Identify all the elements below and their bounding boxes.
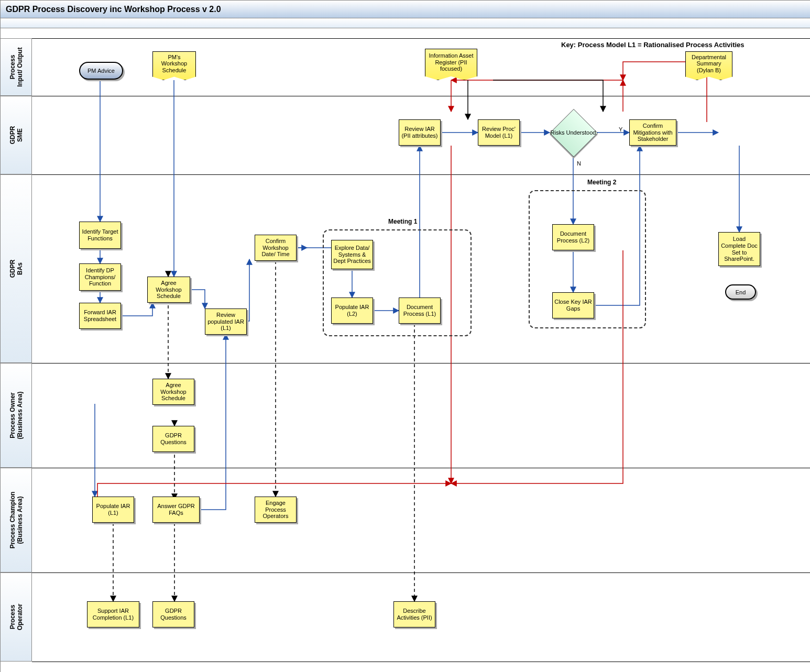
label-meeting-1: Meeting 1 — [388, 218, 417, 225]
doc-info-asset-register: Information Asset Register (PII focused) — [425, 49, 477, 80]
box-confirm-workshop-date: Confirm Workshop Date/ Time — [255, 235, 297, 261]
doc-dept-summary: Departmental Summary (Dylan B) — [685, 51, 732, 80]
label-no: N — [577, 160, 581, 167]
lane-io: Process Input/ Output — [1, 38, 32, 96]
box-agree-workshop-schedule: Agree Workshop Schedule — [147, 277, 190, 303]
box-review-populated-iar: Review populated IAR (L1) — [205, 309, 247, 335]
box-confirm-mitigations: Confirm Mitigations with Stakeholder — [629, 119, 676, 146]
decision-risks-understood: Risks Understood — [550, 109, 597, 156]
box-support-iar-completion: Support IAR Completion (L1) — [87, 601, 139, 627]
sub-bar — [1, 18, 810, 28]
lane-champion: Process Champion (Business Area) — [1, 468, 32, 572]
lane-bas: GDPR BAs — [1, 174, 32, 363]
label-meeting-2: Meeting 2 — [587, 179, 616, 186]
label-yes: Y — [619, 126, 622, 133]
box-answer-gdpr-faqs: Answer GDPR FAQs — [152, 497, 200, 523]
box-forward-iar-spreadsheet: Forward IAR Spreadsheet — [79, 303, 121, 329]
box-populate-iar-l1: Populate IAR (L1) — [92, 497, 134, 523]
box-gdpr-questions-owner: GDPR Questions — [152, 426, 194, 452]
terminator-end: End — [725, 284, 756, 300]
box-identify-target-functions: Identify Target Functions — [79, 222, 121, 249]
box-document-process-l1: Document Process (L1) — [399, 298, 441, 324]
page-title: GDPR Process Discovery inc Workshop Proc… — [1, 1, 810, 18]
key-text: Key: Process Model L1 = Rationalised Pro… — [561, 41, 745, 49]
box-gdpr-questions-op: GDPR Questions — [152, 601, 194, 627]
box-close-key-iar-gaps: Close Key IAR Gaps — [552, 292, 594, 318]
diagram-canvas: Process Input/ Output GDPR SME GDPR BAs … — [1, 28, 810, 672]
box-review-iar-pii: Review IAR (PII attributes) — [399, 119, 441, 146]
lane-operator: Process Operator — [1, 572, 32, 662]
box-review-proc-model: Review Proc' Model (L1) — [478, 119, 520, 146]
doc-pm-workshop-schedule: PM's Workshop Schedule — [152, 51, 196, 80]
box-agree-workshop-schedule-owner: Agree Workshop Schedule — [152, 379, 194, 405]
box-explore-data: Explore Data/ Systems & Dept Practices — [331, 240, 373, 269]
box-engage-process-operators: Engage Process Operators — [255, 497, 297, 523]
terminator-pm-advice: PM Advice — [79, 62, 123, 80]
lane-owner: Process Owner (Business Area) — [1, 363, 32, 468]
box-document-process-l2: Document Process (L2) — [552, 224, 594, 250]
lane-sme: GDPR SME — [1, 96, 32, 174]
box-identify-dp-champions: Identify DP Champions/ Function — [79, 263, 121, 291]
box-load-complete-doc-set: Load Complete Doc Set to SharePoint. — [718, 232, 760, 266]
box-describe-activities: Describe Activities (PII) — [393, 601, 435, 627]
box-populate-iar-l2: Populate IAR (L2) — [331, 298, 373, 324]
